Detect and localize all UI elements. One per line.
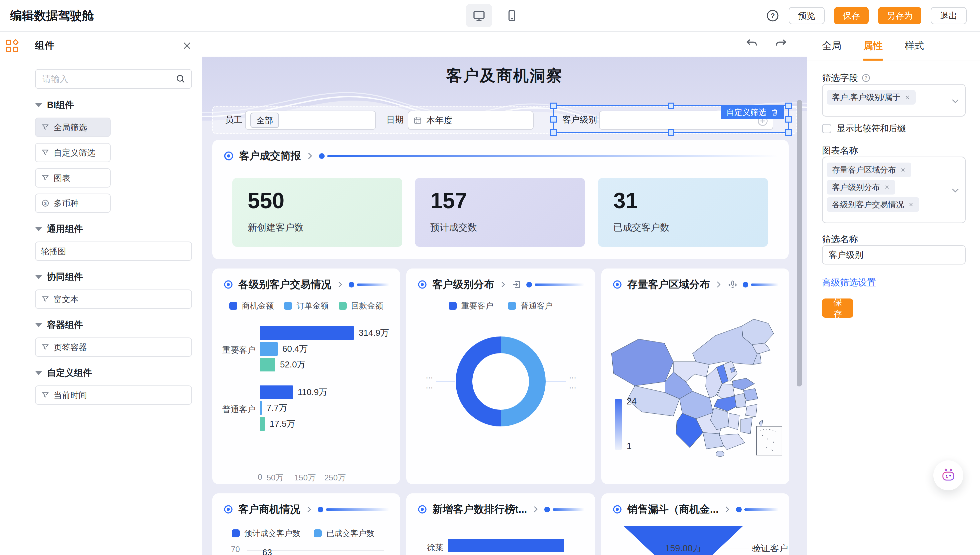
remove-tag-icon[interactable] bbox=[904, 94, 910, 100]
title-line-dot bbox=[743, 282, 748, 287]
save-as-button[interactable]: 另存为 bbox=[878, 7, 921, 24]
remove-tag-icon[interactable] bbox=[908, 202, 914, 207]
show-comparator-label: 显示比较符和后缀 bbox=[837, 123, 906, 134]
chevron-right-icon[interactable] bbox=[306, 152, 314, 160]
chevron-right-icon[interactable] bbox=[336, 281, 344, 289]
filter-field-select[interactable]: 客户.客户级别/属于 bbox=[822, 84, 966, 117]
kpi-summary-card[interactable]: 客户成交简报 550 新创建客户数 157 预计成交数 31 已成交客户数 bbox=[212, 140, 789, 259]
help-icon[interactable]: ? bbox=[766, 9, 779, 22]
properties-tabs: 全局 属性 样式 bbox=[807, 31, 980, 61]
assistant-fab[interactable] bbox=[933, 460, 963, 490]
chevron-right-icon[interactable] bbox=[723, 505, 731, 513]
date-filter-input[interactable]: 本年度 bbox=[408, 111, 534, 130]
ranking-chart-card[interactable]: 新增客户数排行榜t... 徐莱 bbox=[406, 493, 595, 555]
collapse-triangle-icon bbox=[35, 323, 42, 327]
selection-handle[interactable] bbox=[785, 116, 792, 123]
components-rail-icon[interactable] bbox=[5, 38, 20, 54]
remove-tag-icon[interactable] bbox=[884, 184, 890, 190]
selection-handle[interactable] bbox=[550, 129, 557, 136]
preview-button[interactable]: 预览 bbox=[789, 7, 825, 24]
china-choropleth-map bbox=[606, 305, 785, 465]
component-item-chart[interactable]: 图表 bbox=[35, 168, 111, 188]
component-item-rich-text[interactable]: 富文本 bbox=[35, 289, 192, 309]
question-circle-icon[interactable]: ? bbox=[861, 73, 871, 83]
category-label: 普通客户 bbox=[217, 404, 255, 415]
chevron-right-icon[interactable] bbox=[532, 505, 540, 513]
chevron-down-icon[interactable] bbox=[950, 96, 960, 106]
chart-name-tag[interactable]: 客户级别分布 bbox=[827, 180, 895, 194]
section-custom-components[interactable]: 自定义组件 bbox=[35, 367, 192, 379]
chart-name-select[interactable]: 存量客户区域分布 客户级别分布 各级别客户交易情况 bbox=[822, 157, 966, 223]
component-panel: 组件 BI组件 全局筛选 bbox=[25, 31, 202, 555]
exit-button[interactable]: 退出 bbox=[931, 7, 967, 24]
panel-save-button[interactable]: 保存 bbox=[822, 298, 853, 318]
filter-field-tag[interactable]: 客户.客户级别/属于 bbox=[827, 90, 916, 104]
desktop-mode-button[interactable] bbox=[466, 4, 492, 27]
selection-handle[interactable] bbox=[668, 129, 674, 136]
component-item-tab-container[interactable]: 页签容器 bbox=[35, 337, 192, 357]
search-icon bbox=[175, 74, 186, 84]
title-line bbox=[535, 284, 584, 286]
title-line-dot bbox=[526, 282, 532, 287]
show-comparator-checkbox[interactable] bbox=[822, 124, 831, 133]
donut-leader-line bbox=[436, 381, 455, 382]
tab-properties[interactable]: 属性 bbox=[863, 31, 883, 61]
title-line-dot bbox=[319, 153, 325, 159]
component-panel-title: 组件 bbox=[35, 39, 54, 52]
tab-style[interactable]: 样式 bbox=[904, 31, 924, 61]
drill-in-icon[interactable] bbox=[512, 279, 522, 289]
opportunity-chart-card[interactable]: 客户商机情况 预计成交客户数 已成交客户数 70 63 bbox=[212, 493, 400, 555]
map-chart-card[interactable]: 存量客户区域分布 bbox=[601, 268, 789, 484]
redo-icon[interactable] bbox=[774, 37, 788, 51]
component-item-carousel[interactable]: 轮播图 bbox=[35, 242, 192, 261]
canvas-toolbar bbox=[202, 31, 807, 57]
advanced-filter-link[interactable]: 高级筛选设置 bbox=[822, 276, 876, 289]
trash-icon[interactable] bbox=[770, 108, 779, 117]
phone-icon bbox=[505, 9, 518, 22]
component-item-global-filter[interactable]: 全局筛选 bbox=[35, 118, 111, 137]
save-button[interactable]: 保存 bbox=[834, 7, 869, 24]
filter-name-input[interactable] bbox=[822, 245, 966, 265]
target-icon bbox=[417, 504, 428, 515]
chevron-right-icon[interactable] bbox=[499, 281, 507, 289]
map-drill-icon[interactable] bbox=[727, 279, 738, 290]
section-container-components[interactable]: 容器组件 bbox=[35, 319, 192, 331]
target-icon bbox=[223, 279, 234, 290]
collapse-triangle-icon bbox=[35, 103, 42, 107]
dashboard-canvas[interactable]: 客户及商机洞察 员工 全部 日期 本年度 客户级别 bbox=[202, 57, 807, 555]
selection-handle[interactable] bbox=[668, 103, 674, 109]
funnel-chart-card[interactable]: 销售漏斗（商机金... 159.00万 验证客户 bbox=[601, 493, 789, 555]
employee-filter-value[interactable]: 全部 bbox=[250, 112, 279, 128]
chevron-right-icon[interactable] bbox=[305, 505, 313, 513]
search-input[interactable] bbox=[36, 70, 191, 88]
canvas-scrollbar[interactable] bbox=[797, 100, 802, 387]
remove-tag-icon[interactable] bbox=[900, 167, 906, 173]
close-icon[interactable] bbox=[182, 41, 192, 51]
component-search bbox=[35, 69, 192, 89]
section-bi-components[interactable]: BI组件 bbox=[35, 99, 192, 111]
selection-handle[interactable] bbox=[550, 103, 557, 109]
selection-handle[interactable] bbox=[550, 116, 557, 123]
kpi-tile-expected-deals[interactable]: 157 预计成交数 bbox=[415, 178, 585, 247]
donut-chart-card[interactable]: 客户级别分布 重要客户 普通客户 ...... .. bbox=[406, 268, 595, 484]
chevron-down-icon[interactable] bbox=[950, 185, 960, 195]
kpi-tile-closed-customers[interactable]: 31 已成交客户数 bbox=[598, 178, 768, 247]
undo-icon[interactable] bbox=[744, 37, 759, 51]
page-title: 编辑数据驾驶舱 bbox=[10, 0, 94, 31]
employee-filter-input[interactable]: 全部 bbox=[245, 111, 376, 130]
selection-handle[interactable] bbox=[785, 129, 792, 136]
chart-name-tag[interactable]: 存量客户区域分布 bbox=[827, 162, 911, 177]
component-item-multi-currency[interactable]: $ 多币种 bbox=[35, 194, 111, 213]
title-line bbox=[744, 508, 779, 511]
section-collab-components[interactable]: 协同组件 bbox=[35, 271, 192, 283]
component-item-current-time[interactable]: 当前时间 bbox=[35, 385, 192, 405]
chevron-right-icon[interactable] bbox=[715, 281, 723, 289]
section-general-components[interactable]: 通用组件 bbox=[35, 223, 192, 235]
component-item-custom-filter[interactable]: 自定义筛选 bbox=[35, 143, 111, 162]
kpi-tile-new-customers[interactable]: 550 新创建客户数 bbox=[232, 178, 402, 247]
bar-chart-card[interactable]: 各级别客户交易情况 商机金额 订单金额 回款金额 重要客户 普通客户 314.9… bbox=[212, 268, 400, 484]
chart-name-tag[interactable]: 各级别客户交易情况 bbox=[827, 197, 919, 212]
mobile-mode-button[interactable] bbox=[499, 4, 525, 27]
tab-global[interactable]: 全局 bbox=[822, 31, 841, 61]
selection-handle[interactable] bbox=[785, 103, 792, 109]
